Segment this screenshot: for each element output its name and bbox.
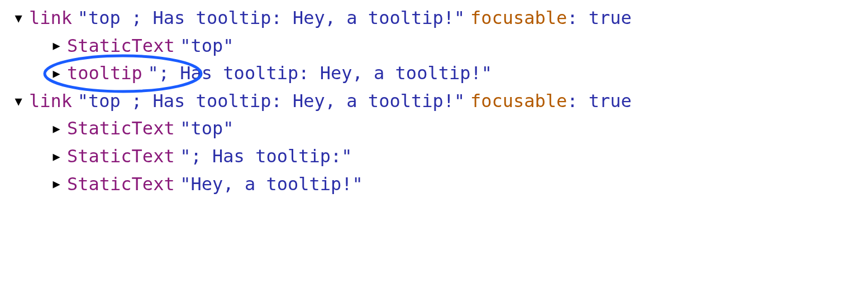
a11y-name: "top" [180, 32, 233, 60]
a11y-role: StaticText [67, 143, 175, 171]
a11y-attr-name: focusable [470, 4, 567, 32]
tree-row-link-2[interactable]: ▼ link "top ; Has tooltip: Hey, a toolti… [11, 88, 857, 115]
tree-row-static-text-1a[interactable]: ▶ StaticText "top" [11, 32, 857, 60]
a11y-attr-value: : true [567, 4, 632, 32]
tree-row-static-text-2c[interactable]: ▶ StaticText "Hey, a tooltip!" [11, 171, 857, 199]
highlight-circle: ▶ tooltip [49, 60, 142, 88]
a11y-name: "; Has tooltip: Hey, a tooltip!" [147, 60, 492, 88]
disclosure-triangle-right-icon[interactable]: ▶ [49, 36, 64, 55]
a11y-name: "top ; Has tooltip: Hey, a tooltip!" [78, 88, 465, 115]
a11y-role: StaticText [67, 32, 175, 60]
disclosure-triangle-down-icon[interactable]: ▼ [11, 9, 26, 28]
disclosure-triangle-right-icon[interactable]: ▶ [49, 119, 64, 138]
a11y-role: link [29, 88, 72, 115]
a11y-name: "Hey, a tooltip!" [180, 171, 363, 199]
a11y-name: "top ; Has tooltip: Hey, a tooltip!" [78, 4, 465, 32]
tree-row-static-text-2b[interactable]: ▶ StaticText "; Has tooltip:" [11, 143, 857, 171]
a11y-role: link [29, 4, 72, 32]
disclosure-triangle-right-icon[interactable]: ▶ [49, 175, 64, 194]
disclosure-triangle-down-icon[interactable]: ▼ [11, 92, 26, 111]
a11y-role: StaticText [67, 171, 175, 199]
a11y-attr-value: : true [567, 88, 632, 115]
tree-row-link-1[interactable]: ▼ link "top ; Has tooltip: Hey, a toolti… [11, 4, 857, 32]
disclosure-triangle-right-icon[interactable]: ▶ [49, 147, 64, 166]
disclosure-triangle-right-icon[interactable]: ▶ [49, 64, 64, 83]
a11y-name: "; Has tooltip:" [180, 143, 352, 171]
a11y-role: StaticText [67, 115, 175, 143]
tree-row-tooltip-1b[interactable]: ▶ tooltip "; Has tooltip: Hey, a tooltip… [11, 60, 857, 88]
a11y-name: "top" [180, 115, 233, 143]
a11y-attr-name: focusable [470, 88, 567, 115]
a11y-role: tooltip [67, 60, 142, 88]
tree-row-static-text-2a[interactable]: ▶ StaticText "top" [11, 115, 857, 143]
